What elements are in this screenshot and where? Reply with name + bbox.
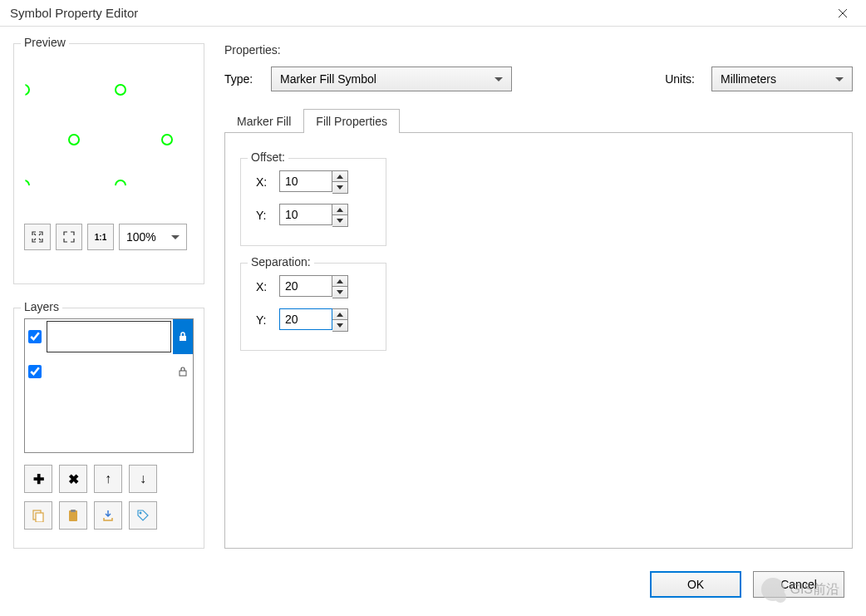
expand-icon — [63, 231, 75, 243]
separation-x-up[interactable] — [332, 276, 347, 287]
preview-marker — [68, 134, 80, 145]
layer-lock-icon[interactable] — [173, 319, 193, 354]
layer-row[interactable] — [25, 354, 193, 389]
separation-y-input[interactable] — [279, 308, 332, 330]
offset-y-up[interactable] — [332, 205, 347, 215]
paste-icon — [66, 509, 80, 522]
svg-rect-2 — [180, 336, 186, 341]
separation-x-label: X: — [256, 280, 271, 293]
preview-marker — [24, 180, 30, 191]
separation-x-input[interactable] — [279, 275, 332, 297]
svg-rect-3 — [180, 371, 186, 376]
plus-icon: ✚ — [33, 471, 44, 487]
arrow-down-icon — [337, 290, 343, 294]
preview-marker — [115, 84, 126, 96]
zoom-select[interactable]: 100% — [119, 224, 187, 250]
tabs: Marker Fill Fill Properties — [224, 108, 853, 133]
layer-checkbox[interactable] — [25, 365, 45, 378]
tag-button[interactable] — [129, 501, 157, 530]
arrow-down-icon — [337, 323, 343, 328]
preview-canvas — [24, 54, 194, 212]
add-layer-button[interactable]: ✚ — [24, 465, 52, 493]
separation-x-down[interactable] — [332, 287, 347, 298]
close-button[interactable] — [826, 2, 859, 25]
separation-y-up[interactable] — [332, 309, 347, 320]
import-icon — [101, 509, 115, 522]
units-label: Units: — [665, 72, 695, 86]
arrow-up-icon: ↑ — [105, 471, 111, 486]
remove-layer-button[interactable]: ✖ — [59, 465, 87, 493]
offset-x-up[interactable] — [332, 171, 347, 182]
move-up-button[interactable]: ↑ — [94, 465, 122, 493]
lock-icon — [177, 366, 189, 377]
tab-marker-fill[interactable]: Marker Fill — [224, 109, 303, 133]
type-select[interactable]: Marker Fill Symbol — [271, 67, 512, 91]
preview-marker — [24, 84, 30, 96]
tab-fill-properties[interactable]: Fill Properties — [303, 109, 400, 133]
copy-button[interactable] — [24, 501, 52, 530]
zoom-value: 100% — [126, 230, 156, 244]
offset-x-down[interactable] — [332, 182, 347, 193]
preview-marker — [161, 134, 173, 145]
chevron-down-icon — [495, 77, 503, 81]
zoom-fit-button[interactable] — [24, 224, 51, 250]
layer-row[interactable] — [25, 319, 193, 354]
arrow-down-icon — [337, 185, 343, 190]
layer-preview — [47, 321, 171, 352]
offset-y-down[interactable] — [332, 215, 347, 226]
svg-point-8 — [140, 512, 142, 515]
units-select[interactable]: Millimeters — [711, 67, 853, 91]
separation-y-label: Y: — [256, 313, 271, 327]
preview-label: Preview — [21, 36, 69, 49]
properties-label: Properties: — [224, 43, 853, 57]
offset-x-label: X: — [256, 175, 271, 189]
svg-rect-7 — [71, 510, 76, 512]
layer-lock-icon[interactable] — [173, 354, 193, 389]
move-down-button[interactable]: ↓ — [129, 465, 157, 493]
offset-label: Offset: — [248, 150, 288, 164]
offset-group: Offset: X: Y: — [240, 158, 386, 246]
import-button[interactable] — [94, 501, 122, 530]
paste-button[interactable] — [59, 501, 87, 530]
offset-x-input[interactable] — [279, 170, 332, 192]
arrow-up-icon — [337, 208, 343, 212]
copy-icon — [32, 509, 45, 522]
cancel-button[interactable]: Cancel — [753, 571, 844, 598]
arrow-up-icon — [337, 175, 343, 179]
separation-y-down[interactable] — [332, 320, 347, 331]
tag-icon — [136, 509, 150, 522]
arrow-up-icon — [337, 279, 343, 283]
arrow-down-icon: ↓ — [140, 471, 146, 486]
arrow-up-icon — [337, 313, 343, 317]
window-title: Symbol Property Editor — [7, 6, 826, 20]
type-label: Type: — [224, 72, 261, 86]
one-to-one-icon: 1:1 — [95, 233, 106, 242]
x-icon: ✖ — [68, 471, 79, 487]
offset-y-input[interactable] — [279, 204, 332, 225]
separation-label: Separation: — [248, 255, 314, 269]
zoom-actual-button[interactable]: 1:1 — [87, 224, 114, 250]
preview-marker — [115, 180, 126, 191]
type-value: Marker Fill Symbol — [280, 72, 376, 86]
layers-label: Layers — [21, 300, 62, 313]
lock-icon — [177, 331, 189, 342]
arrow-down-icon — [337, 219, 343, 223]
chevron-down-icon — [171, 235, 180, 239]
titlebar: Symbol Property Editor — [0, 0, 866, 27]
layer-preview — [47, 356, 171, 387]
ok-button[interactable]: OK — [650, 571, 741, 598]
tab-content: Offset: X: Y: — [224, 133, 853, 549]
units-value: Millimeters — [721, 72, 776, 86]
zoom-full-button[interactable] — [56, 224, 82, 250]
separation-group: Separation: X: Y: — [240, 263, 386, 351]
preview-group: Preview 1:1 100% — [13, 43, 204, 284]
chevron-down-icon — [835, 77, 844, 81]
layers-list[interactable] — [24, 318, 194, 453]
layer-checkbox[interactable] — [25, 330, 45, 343]
svg-rect-5 — [36, 513, 43, 522]
offset-y-label: Y: — [256, 209, 271, 222]
layers-group: Layers ✚ ✖ — [13, 308, 204, 549]
collapse-icon — [32, 231, 43, 243]
close-icon — [838, 8, 848, 18]
